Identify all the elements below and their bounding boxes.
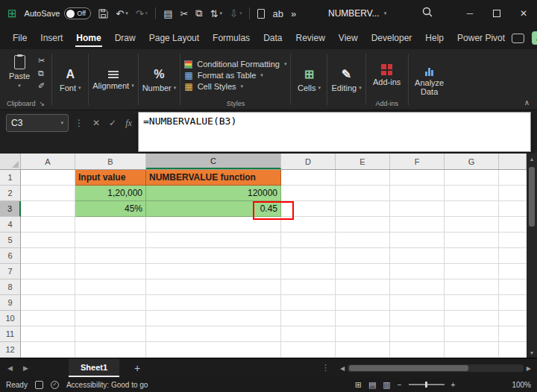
row-header-3[interactable]: 3 — [0, 201, 21, 217]
vertical-scrollbar[interactable]: ▴ ▾ — [527, 154, 537, 358]
undo-button[interactable]: ↶▾ — [116, 8, 128, 19]
tab-developer[interactable]: Developer — [365, 28, 419, 48]
close-button[interactable]: ✕ — [510, 0, 537, 27]
autosave-toggle[interactable]: AutoSave Off — [25, 7, 92, 19]
zoom-level[interactable]: 100% — [512, 381, 531, 389]
zoom-in-icon[interactable]: + — [451, 381, 456, 389]
tab-review[interactable]: Review — [289, 28, 331, 48]
tab-help[interactable]: Help — [418, 28, 450, 48]
redo-button[interactable]: ↷▾ — [136, 8, 148, 19]
next-sheet-icon[interactable]: ▶ — [23, 364, 28, 372]
autosave-switch[interactable]: Off — [64, 7, 91, 19]
column-header-e[interactable]: E — [336, 154, 390, 169]
horizontal-scroll-thumb[interactable] — [349, 365, 468, 371]
sheet-tab-sheet1[interactable]: Sheet1 — [69, 358, 119, 377]
copy-icon[interactable]: ⧉ — [38, 69, 45, 78]
cell-b1[interactable]: Input value — [75, 170, 146, 186]
format-painter-icon[interactable]: ✐ — [38, 81, 45, 91]
enter-icon[interactable]: ✓ — [109, 118, 116, 128]
search-button[interactable] — [421, 6, 433, 20]
column-header-a[interactable]: A — [21, 154, 75, 169]
zoom-slider[interactable] — [409, 384, 445, 385]
column-header-b[interactable]: B — [75, 154, 146, 169]
row-header-9[interactable]: 9 — [0, 295, 21, 311]
collapse-ribbon-icon[interactable]: ∧ — [524, 98, 530, 107]
horizontal-scroll-track[interactable] — [348, 364, 524, 372]
tab-power-pivot[interactable]: Power Pivot — [450, 28, 512, 48]
scroll-right-icon[interactable]: ▶ — [527, 365, 531, 372]
font-group-button[interactable]: A Font▾ — [52, 49, 88, 110]
tabbar-options-icon[interactable]: ⋮ — [321, 358, 330, 377]
row-header-2[interactable]: 2 — [0, 186, 21, 201]
tab-formulas[interactable]: Formulas — [206, 28, 257, 48]
zoom-slider-knob[interactable] — [425, 382, 427, 388]
scroll-down-icon[interactable]: ▾ — [530, 347, 533, 358]
qat-fill-button[interactable]: ⇩▾ — [230, 8, 242, 19]
editing-mode-button[interactable]: ab — [272, 8, 283, 19]
row-header-10[interactable]: 10 — [0, 311, 21, 326]
conditional-formatting-button[interactable]: Conditional Formatting ▾ — [184, 60, 286, 69]
cells-group-button[interactable]: ⊞ Cells▾ — [291, 49, 327, 110]
dialog-launcher-icon[interactable]: ↘ — [40, 100, 45, 107]
qat-sort-button[interactable]: ⇅▾ — [210, 8, 222, 19]
normal-view-icon[interactable]: ⊞ — [355, 380, 362, 390]
cell-c2[interactable]: 120000 — [146, 186, 281, 201]
column-header-f[interactable]: F — [390, 154, 445, 169]
tab-home[interactable]: Home — [69, 28, 107, 48]
macro-record-icon[interactable] — [35, 381, 43, 389]
row-header-11[interactable]: 11 — [0, 326, 21, 342]
format-as-table-button[interactable]: ▦ Format as Table ▾ — [184, 71, 286, 80]
tab-page-layout[interactable]: Page Layout — [142, 28, 206, 48]
new-file-button[interactable] — [257, 9, 265, 19]
excel-app-icon[interactable]: ⊞ — [7, 7, 17, 20]
scroll-up-icon[interactable]: ▴ — [530, 154, 533, 164]
formula-input[interactable]: =NUMBERVALUE(B3) — [138, 112, 531, 152]
tab-insert[interactable]: Insert — [34, 28, 69, 48]
scroll-left-icon[interactable]: ◀ — [340, 365, 345, 372]
qat-cut-button[interactable]: ✂ — [180, 8, 188, 19]
tab-data[interactable]: Data — [257, 28, 289, 48]
save-button[interactable] — [98, 9, 108, 19]
row-header-1[interactable]: 1 — [0, 170, 21, 186]
row-header-5[interactable]: 5 — [0, 233, 21, 248]
maximize-button[interactable] — [483, 0, 510, 27]
addins-button[interactable]: Add-ins — [370, 52, 404, 98]
number-group-button[interactable]: % Number▾ — [139, 49, 180, 110]
tab-file[interactable]: File — [6, 28, 34, 48]
alignment-group-button[interactable]: Alignment▾ — [89, 49, 137, 110]
row-header-6[interactable]: 6 — [0, 248, 21, 264]
row-header-8[interactable]: 8 — [0, 279, 21, 295]
cell-b2[interactable]: 1,20,000 — [75, 186, 146, 201]
cell-styles-button[interactable]: ▦ Cell Styles ▾ — [184, 82, 286, 91]
namebox-resize-handle[interactable]: ⋮ — [75, 118, 84, 128]
name-box[interactable]: C3 ▾ — [6, 114, 69, 132]
row-header-7[interactable]: 7 — [0, 264, 21, 279]
editing-group-button[interactable]: ✎ Editing▾ — [327, 49, 365, 110]
cell-c1[interactable]: NUMBERVALUE function — [146, 170, 281, 186]
select-all-corner[interactable] — [0, 154, 21, 169]
column-header-d[interactable]: D — [281, 154, 336, 169]
row-header-12[interactable]: 12 — [0, 342, 21, 358]
prev-sheet-icon[interactable]: ◀ — [7, 364, 13, 372]
paste-button[interactable]: Paste ▾ — [4, 52, 35, 98]
zoom-out-icon[interactable]: − — [398, 381, 402, 389]
tab-draw[interactable]: Draw — [108, 28, 142, 48]
cell-b3[interactable]: 45% — [75, 201, 146, 217]
vertical-scroll-thumb[interactable] — [529, 167, 535, 227]
horizontal-scrollbar[interactable]: ◀ ▶ — [340, 363, 531, 373]
cancel-icon[interactable]: ✕ — [92, 118, 100, 128]
grid-body[interactable]: Input value NUMBERVALUE function 1,20,00… — [21, 170, 527, 358]
column-header-g[interactable]: G — [445, 154, 499, 169]
new-sheet-button[interactable]: + — [134, 358, 140, 377]
qat-paste-button[interactable]: ▤ — [163, 8, 172, 19]
qat-copy-button[interactable]: ⧉ — [195, 7, 202, 19]
page-break-view-icon[interactable]: ▥ — [383, 380, 390, 390]
minimize-button[interactable]: ─ — [456, 0, 483, 27]
page-layout-view-icon[interactable]: ▤ — [368, 380, 376, 390]
cut-icon[interactable]: ✂ — [38, 56, 45, 66]
tab-view[interactable]: View — [332, 28, 365, 48]
accessibility-status[interactable]: Accessibility: Good to go — [66, 381, 148, 389]
insert-function-button[interactable]: fx — [125, 118, 132, 129]
comments-icon[interactable] — [512, 34, 524, 43]
column-header-c[interactable]: C — [146, 154, 281, 169]
